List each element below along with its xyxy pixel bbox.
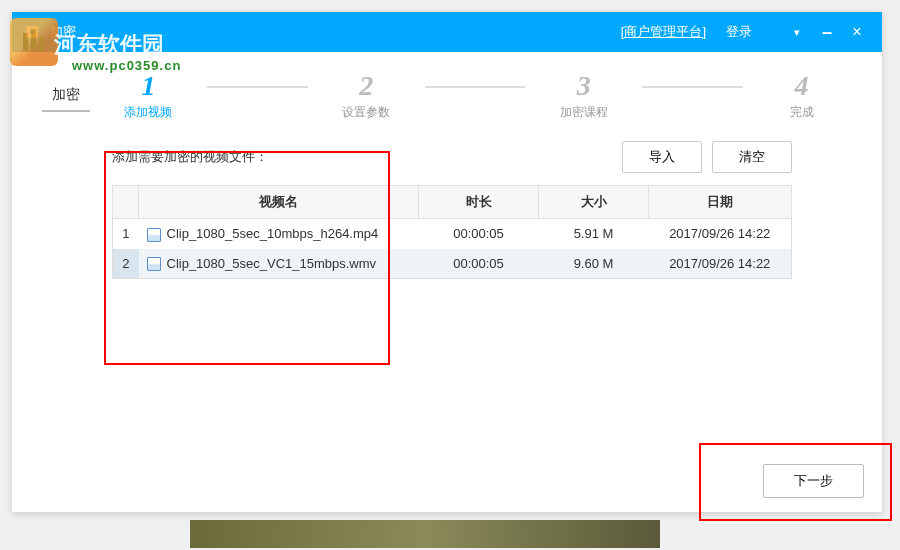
row-index: 1 bbox=[113, 219, 139, 249]
table-header-row: 视频名 时长 大小 日期 bbox=[113, 186, 792, 219]
step-divider bbox=[642, 86, 743, 88]
svg-rect-0 bbox=[23, 33, 28, 51]
background-strip bbox=[190, 520, 660, 548]
row-filename: Clip_1080_5sec_VC1_15mbps.wmv bbox=[139, 249, 419, 279]
step-label: 加密课程 bbox=[533, 104, 634, 121]
row-duration: 00:00:05 bbox=[419, 219, 539, 249]
row-duration: 00:00:05 bbox=[419, 249, 539, 279]
watermark-site-name: 河东软件园 bbox=[54, 30, 164, 60]
col-size-header[interactable]: 大小 bbox=[539, 186, 649, 219]
row-size: 5.91 M bbox=[539, 219, 649, 249]
video-file-icon bbox=[147, 257, 161, 271]
step-add-video[interactable]: 1 添加视频 bbox=[98, 70, 199, 121]
svg-rect-2 bbox=[39, 37, 44, 51]
login-link[interactable]: 登录 bbox=[726, 23, 752, 41]
step-label: 设置参数 bbox=[316, 104, 417, 121]
next-button[interactable]: 下一步 bbox=[763, 464, 864, 498]
content-area: 添加需要加密的视频文件： 导入 清空 视频名 时长 大小 日期 1 Clip_1… bbox=[12, 131, 882, 279]
merchant-platform-link[interactable]: [商户管理平台] bbox=[621, 23, 706, 41]
step-divider bbox=[207, 86, 308, 88]
row-index: 2 bbox=[113, 249, 139, 279]
col-name-header[interactable]: 视频名 bbox=[139, 186, 419, 219]
step-label: 添加视频 bbox=[98, 104, 199, 121]
step-set-params[interactable]: 2 设置参数 bbox=[316, 70, 417, 121]
watermark-logo bbox=[10, 18, 58, 66]
step-divider bbox=[425, 86, 526, 88]
clear-button[interactable]: 清空 bbox=[712, 141, 792, 173]
step-number: 3 bbox=[533, 70, 634, 102]
step-encrypt-course[interactable]: 3 加密课程 bbox=[533, 70, 634, 121]
step-number: 2 bbox=[316, 70, 417, 102]
minimize-button[interactable]: – bbox=[812, 22, 842, 43]
menu-dropdown-icon[interactable]: ▾ bbox=[782, 26, 812, 39]
content-header: 添加需要加密的视频文件： 导入 清空 bbox=[112, 141, 792, 173]
watermark-site-url: www.pc0359.cn bbox=[72, 58, 181, 73]
video-list-table: 视频名 时长 大小 日期 1 Clip_1080_5sec_10mbps_h26… bbox=[112, 185, 792, 279]
row-date: 2017/09/26 14:22 bbox=[649, 219, 792, 249]
app-window: 河东软件园 www.pc0359.cn 加密 [商户管理平台] 登录 ▾ – ×… bbox=[12, 12, 882, 512]
encrypt-tab[interactable]: 加密 bbox=[42, 80, 90, 112]
step-complete[interactable]: 4 完成 bbox=[751, 70, 852, 121]
col-duration-header[interactable]: 时长 bbox=[419, 186, 539, 219]
col-date-header[interactable]: 日期 bbox=[649, 186, 792, 219]
step-number: 4 bbox=[751, 70, 852, 102]
row-size: 9.60 M bbox=[539, 249, 649, 279]
svg-rect-1 bbox=[31, 29, 36, 51]
table-row[interactable]: 2 Clip_1080_5sec_VC1_15mbps.wmv 00:00:05… bbox=[113, 249, 792, 279]
step-number: 1 bbox=[98, 70, 199, 102]
step-label: 完成 bbox=[751, 104, 852, 121]
row-filename: Clip_1080_5sec_10mbps_h264.mp4 bbox=[139, 219, 419, 249]
import-button[interactable]: 导入 bbox=[622, 141, 702, 173]
col-index bbox=[113, 186, 139, 219]
close-button[interactable]: × bbox=[842, 23, 872, 41]
add-files-prompt: 添加需要加密的视频文件： bbox=[112, 148, 612, 166]
table-row[interactable]: 1 Clip_1080_5sec_10mbps_h264.mp4 00:00:0… bbox=[113, 219, 792, 249]
row-date: 2017/09/26 14:22 bbox=[649, 249, 792, 279]
video-file-icon bbox=[147, 228, 161, 242]
